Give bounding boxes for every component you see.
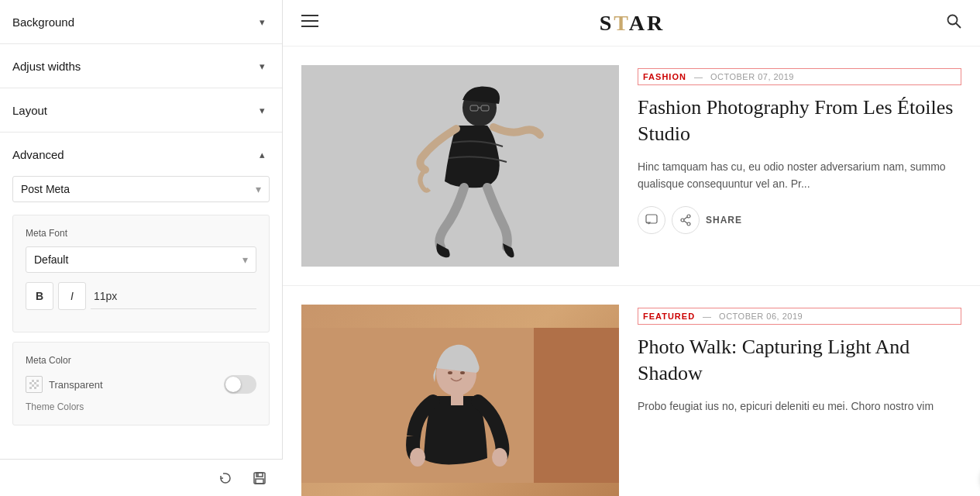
svg-line-18 — [684, 217, 687, 219]
adjust-widths-label: Adjust widths — [12, 60, 81, 73]
font-select-dropdown[interactable]: Default ▾ — [26, 246, 256, 273]
article-card-2: FEATURED — OCTOBER 06, 2019 Photo Walk: … — [283, 286, 980, 496]
toggle-knob — [225, 377, 241, 392]
font-style-row: B I — [26, 282, 256, 310]
bottom-toolbar — [0, 459, 283, 496]
meta-color-toggle[interactable] — [224, 375, 256, 394]
adjust-widths-chevron-icon: ▾ — [254, 58, 270, 74]
category-dash-2: — — [703, 312, 711, 321]
site-header: STAR — [283, 0, 980, 46]
post-meta-dropdown[interactable]: Post Meta ▾ — [12, 176, 270, 202]
article-date-2: OCTOBER 06, 2019 — [719, 312, 803, 321]
hamburger-icon[interactable] — [301, 14, 318, 32]
color-swatch-inner — [29, 380, 39, 389]
font-select-chevron-icon: ▾ — [242, 253, 248, 266]
fashion-figure-svg — [301, 65, 619, 267]
content-area: FASHION — OCTOBER 07, 2019 Fashion Photo… — [283, 46, 980, 496]
post-meta-dropdown-row: Post Meta ▾ — [12, 176, 270, 202]
post-meta-chevron-icon: ▾ — [256, 183, 261, 195]
article-image-fashion — [301, 65, 619, 267]
svg-point-26 — [448, 371, 452, 374]
svg-point-24 — [410, 448, 425, 467]
article-title-2: Photo Walk: Capturing Light And Shadow — [638, 334, 961, 387]
meta-color-panel: Meta Color Transparent Theme Colors — [12, 342, 270, 425]
svg-point-17 — [681, 219, 684, 222]
share-label-1: SHARE — [706, 215, 742, 226]
post-meta-value: Post Meta — [21, 183, 70, 195]
layout-section: Layout ▾ — [0, 88, 282, 133]
svg-point-25 — [492, 448, 507, 467]
svg-rect-21 — [534, 328, 619, 483]
background-chevron-icon: ▾ — [254, 14, 270, 29]
svg-line-19 — [684, 221, 687, 223]
color-transparent-row: Transparent — [26, 376, 103, 393]
article-info-1: FASHION — OCTOBER 07, 2019 Fashion Photo… — [638, 65, 961, 234]
article-category-1: FASHION — [643, 72, 686, 81]
advanced-section: Advanced ▴ Post Meta ▾ Meta Font Default… — [0, 133, 282, 438]
article-card: FASHION — OCTOBER 07, 2019 Fashion Photo… — [283, 46, 980, 286]
meta-font-label: Meta Font — [26, 228, 256, 239]
background-section: Background ▾ — [0, 0, 282, 44]
right-panel: STAR — [283, 0, 980, 496]
article-date-1: OCTOBER 07, 2019 — [710, 72, 794, 81]
site-logo: STAR — [600, 11, 665, 36]
article-category-row-1: FASHION — OCTOBER 07, 2019 — [638, 68, 961, 85]
share-button-1[interactable] — [672, 206, 700, 234]
article-info-2: FEATURED — OCTOBER 06, 2019 Photo Walk: … — [638, 305, 961, 429]
meta-color-label: Meta Color — [26, 355, 71, 366]
layout-section-header[interactable]: Layout ▾ — [0, 88, 282, 132]
article-category-row-2: FEATURED — OCTOBER 06, 2019 — [638, 308, 961, 325]
italic-button[interactable]: I — [58, 282, 86, 310]
background-section-header[interactable]: Background ▾ — [0, 0, 282, 43]
revert-icon — [218, 470, 233, 486]
save-button[interactable] — [246, 464, 273, 492]
layout-chevron-icon: ▾ — [254, 102, 270, 118]
svg-line-8 — [956, 23, 961, 28]
svg-rect-14 — [646, 215, 657, 223]
bold-button[interactable]: B — [26, 282, 53, 310]
left-panel: Background ▾ Adjust widths ▾ Layout ▾ Ad… — [0, 0, 283, 496]
advanced-chevron-icon: ▴ — [254, 146, 270, 162]
color-swatch[interactable] — [26, 376, 43, 393]
logo-ar: AR — [629, 11, 665, 35]
theme-colors-label: Theme Colors — [26, 401, 256, 412]
svg-point-7 — [947, 16, 957, 25]
adjust-widths-section-header[interactable]: Adjust widths ▾ — [0, 44, 282, 88]
logo-s: S — [600, 11, 614, 35]
advanced-section-header[interactable]: Advanced ▴ — [0, 133, 282, 176]
advanced-content: Post Meta ▾ Meta Font Default ▾ B I — [0, 176, 282, 438]
search-icon[interactable] — [946, 13, 961, 33]
svg-rect-23 — [451, 394, 463, 405]
article-image-featured — [301, 305, 619, 496]
article-title-1: Fashion Photography From Les Étoiles Stu… — [638, 95, 961, 147]
layout-label: Layout — [12, 104, 47, 117]
svg-point-16 — [687, 222, 690, 226]
revert-button[interactable] — [211, 464, 239, 492]
article-excerpt-2: Probo feugiat ius no, epicuri deleniti e… — [638, 398, 961, 415]
adjust-widths-section: Adjust widths ▾ — [0, 44, 282, 88]
background-label: Background — [12, 16, 74, 29]
article-category-2: FEATURED — [643, 312, 695, 321]
font-default-value: Default — [34, 253, 68, 266]
svg-rect-2 — [256, 479, 263, 484]
meta-color-header: Meta Color — [26, 355, 256, 366]
svg-rect-1 — [256, 473, 263, 477]
transparent-label: Transparent — [49, 379, 103, 391]
category-dash-1: — — [694, 72, 703, 81]
svg-point-27 — [460, 371, 465, 374]
article-actions-1: SHARE — [638, 206, 961, 234]
comment-button-1[interactable] — [638, 206, 665, 234]
meta-font-panel: Meta Font Default ▾ B I — [12, 215, 270, 332]
advanced-label: Advanced — [12, 148, 64, 161]
save-icon — [252, 470, 267, 486]
meta-color-row: Transparent — [26, 375, 256, 394]
logo-star: T — [614, 11, 629, 35]
article-excerpt-1: Hinc tamquam has cu, eu odio noster adve… — [638, 158, 961, 193]
featured-figure-svg — [301, 328, 619, 483]
font-size-input[interactable] — [91, 284, 256, 309]
svg-point-15 — [687, 215, 690, 218]
